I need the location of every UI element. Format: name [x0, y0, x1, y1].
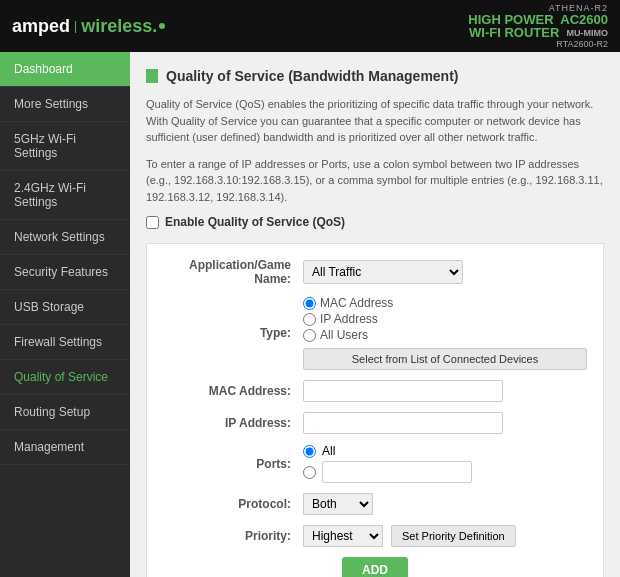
logo-amped-text: amped	[12, 16, 70, 37]
header: amped | wireless. ATHENA-R2 HIGH POWER A…	[0, 0, 620, 52]
header-product-name: HIGH POWER AC2600 WI-FI ROUTER MU-MIMO	[468, 13, 608, 39]
priority-label: Priority:	[163, 529, 303, 543]
protocol-select[interactable]: Both TCP UDP	[303, 493, 373, 515]
type-ip-label: IP Address	[320, 312, 378, 326]
ip-address-label: IP Address:	[163, 416, 303, 430]
ports-custom-input[interactable]	[322, 461, 472, 483]
app-game-name-label: Application/Game Name:	[163, 258, 303, 286]
mac-address-input[interactable]	[303, 380, 503, 402]
mac-address-label: MAC Address:	[163, 384, 303, 398]
ports-label: Ports:	[163, 457, 303, 471]
set-priority-button[interactable]: Set Priority Definition	[391, 525, 516, 547]
sidebar-item-routing[interactable]: Routing Setup	[0, 395, 130, 430]
type-mac-radio[interactable]	[303, 297, 316, 310]
ip-address-control	[303, 412, 587, 434]
sidebar-item-5ghz[interactable]: 5GHz Wi-Fi Settings	[0, 122, 130, 171]
protocol-row: Protocol: Both TCP UDP	[163, 493, 587, 515]
enable-qos-label: Enable Quality of Service (QoS)	[165, 215, 345, 229]
select-devices-button[interactable]: Select from List of Connected Devices	[303, 348, 587, 370]
ports-all-label: All	[322, 444, 335, 458]
type-ip-row: IP Address	[303, 312, 587, 326]
protocol-control: Both TCP UDP	[303, 493, 587, 515]
logo-dot	[159, 23, 165, 29]
sidebar-item-firewall[interactable]: Firewall Settings	[0, 325, 130, 360]
mac-address-control	[303, 380, 587, 402]
qos-form: Application/Game Name: All Traffic Custo…	[146, 243, 604, 577]
sidebar-item-network[interactable]: Network Settings	[0, 220, 130, 255]
app-game-name-control: All Traffic Custom	[303, 260, 587, 284]
app-game-name-select[interactable]: All Traffic Custom	[303, 260, 463, 284]
sidebar-item-management[interactable]: Management	[0, 430, 130, 465]
description-2: To enter a range of IP addresses or Port…	[146, 156, 604, 206]
sidebar-item-more-settings[interactable]: More Settings	[0, 87, 130, 122]
add-button-row: ADD	[163, 557, 587, 577]
ports-control: All	[303, 444, 587, 483]
page-title-row: Quality of Service (Bandwidth Management…	[146, 68, 604, 84]
priority-row: Priority: Highest High Normal Low Set Pr…	[163, 525, 587, 547]
logo: amped | wireless.	[12, 16, 165, 37]
type-all-row: All Users	[303, 328, 587, 342]
ports-all-row: All	[303, 444, 587, 458]
ports-custom-radio[interactable]	[303, 466, 316, 479]
logo-bar: |	[74, 19, 77, 33]
priority-control: Highest High Normal Low Set Priority Def…	[303, 525, 587, 547]
sidebar: Dashboard More Settings 5GHz Wi-Fi Setti…	[0, 52, 130, 577]
type-mac-label: MAC Address	[320, 296, 393, 310]
type-control: MAC Address IP Address All Users Select …	[303, 296, 587, 370]
logo-wireless-text: wireless.	[81, 16, 157, 37]
type-ip-radio[interactable]	[303, 313, 316, 326]
app-game-name-row: Application/Game Name: All Traffic Custo…	[163, 258, 587, 286]
header-product-subtitle: WI-FI ROUTER	[469, 25, 559, 40]
ports-all-radio[interactable]	[303, 445, 316, 458]
enable-qos-row: Enable Quality of Service (QoS)	[146, 215, 604, 229]
type-mac-row: MAC Address	[303, 296, 587, 310]
header-sku: RTA2600-R2	[468, 39, 608, 49]
sidebar-item-security[interactable]: Security Features	[0, 255, 130, 290]
header-mimimo: MU-MIMO	[567, 28, 609, 38]
ip-address-row: IP Address:	[163, 412, 587, 434]
mac-address-row: MAC Address:	[163, 380, 587, 402]
type-row: Type: MAC Address IP Address All Users S	[163, 296, 587, 370]
sidebar-item-24ghz[interactable]: 2.4GHz Wi-Fi Settings	[0, 171, 130, 220]
ip-address-input[interactable]	[303, 412, 503, 434]
header-product-ac2600: AC2600	[560, 12, 608, 27]
description-1: Quality of Service (QoS) enables the pri…	[146, 96, 604, 146]
protocol-label: Protocol:	[163, 497, 303, 511]
type-all-radio[interactable]	[303, 329, 316, 342]
header-product-info: ATHENA-R2 HIGH POWER AC2600 WI-FI ROUTER…	[468, 3, 608, 49]
add-button[interactable]: ADD	[342, 557, 408, 577]
priority-select[interactable]: Highest High Normal Low	[303, 525, 383, 547]
sidebar-item-usb[interactable]: USB Storage	[0, 290, 130, 325]
ports-row: Ports: All	[163, 444, 587, 483]
title-indicator	[146, 69, 158, 83]
type-label: Type:	[163, 326, 303, 340]
sidebar-item-dashboard[interactable]: Dashboard	[0, 52, 130, 87]
type-all-label: All Users	[320, 328, 368, 342]
page-title: Quality of Service (Bandwidth Management…	[166, 68, 459, 84]
sidebar-item-qos[interactable]: Quality of Service	[0, 360, 130, 395]
enable-qos-checkbox[interactable]	[146, 216, 159, 229]
main-content: Quality of Service (Bandwidth Management…	[130, 52, 620, 577]
ports-custom-row	[303, 461, 587, 483]
